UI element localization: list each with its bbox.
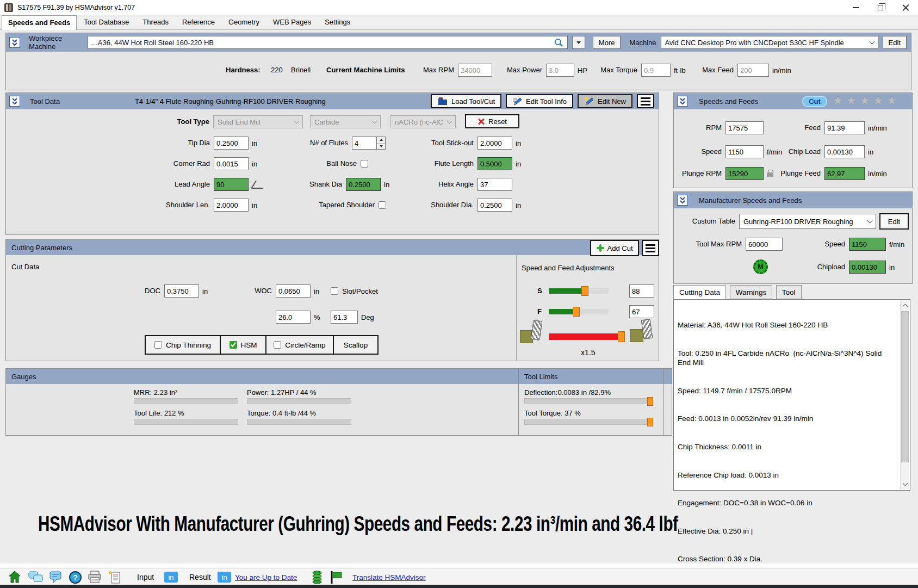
hsm-toggle[interactable]: HSM — [221, 336, 266, 354]
scroll-down-button[interactable] — [901, 480, 909, 490]
tip-dia-input[interactable] — [214, 137, 249, 150]
material-combobox[interactable]: ...A36, 44W Hot Roll Steel 160-220 HB — [88, 36, 568, 49]
flutes-spinner[interactable] — [377, 137, 386, 150]
lead-angle-input[interactable] — [214, 178, 249, 191]
doc-input[interactable] — [164, 284, 199, 298]
help-button[interactable]: ? — [69, 570, 82, 584]
add-cut-button[interactable]: Add Cut — [590, 240, 639, 256]
collapse-speeds-feeds-button[interactable] — [677, 96, 688, 107]
scroll-up-button[interactable] — [901, 300, 909, 310]
ball-nose-checkbox[interactable] — [361, 160, 368, 168]
max-feed-input[interactable] — [737, 64, 769, 77]
search-icon[interactable] — [554, 38, 563, 47]
star-icon[interactable]: ★ — [833, 95, 843, 106]
max-power-input[interactable] — [546, 64, 574, 77]
tab-cutting-data[interactable]: Cutting Data — [673, 285, 726, 299]
forum-button[interactable] — [28, 570, 44, 584]
edit-machine-button[interactable]: Edit — [883, 36, 907, 49]
feed-adjust-input[interactable] — [629, 305, 654, 318]
shoulder-len-input[interactable] — [214, 199, 249, 212]
close-button[interactable] — [893, 0, 918, 15]
home-button[interactable] — [8, 570, 22, 584]
info-scrollbar[interactable] — [900, 300, 909, 490]
woc-percent-input[interactable] — [276, 311, 311, 324]
tab-threads[interactable]: Threads — [136, 15, 175, 29]
corner-rad-input[interactable] — [214, 157, 249, 170]
hsm-checkbox[interactable] — [230, 341, 237, 349]
print-button[interactable] — [88, 570, 102, 584]
result-units-badge[interactable]: in — [218, 572, 231, 583]
flutes-input[interactable] — [352, 137, 377, 150]
reset-button[interactable]: Reset — [465, 114, 519, 128]
scallop-button[interactable]: Scallop — [334, 336, 377, 354]
feedback-button[interactable] — [49, 570, 62, 584]
max-torque-input[interactable] — [641, 64, 671, 77]
collapse-workpiece-button[interactable] — [9, 37, 20, 48]
woc-input[interactable] — [276, 284, 311, 298]
load-tool-cut-button[interactable]: Load Tool/Cut — [431, 94, 501, 108]
tab-geometry[interactable]: Geometry — [222, 15, 266, 29]
tool-data-menu-button[interactable] — [637, 94, 654, 108]
collapse-manufacturer-button[interactable] — [677, 195, 688, 206]
notes-button[interactable] — [108, 570, 121, 584]
edit-new-button[interactable]: Edit New — [578, 94, 632, 108]
multiplier-slider-handle[interactable] — [618, 331, 625, 342]
star-icon[interactable]: ★ — [846, 95, 857, 106]
tab-speeds-and-feeds[interactable]: Speeds and Feeds — [2, 15, 77, 30]
tab-web-pages[interactable]: WEB Pages — [266, 15, 318, 29]
chip-load-input[interactable] — [824, 145, 865, 158]
tab-warnings[interactable]: Warnings — [730, 285, 773, 299]
custom-table-combobox[interactable]: Guhring-RF100 DRIVER Roughing — [739, 214, 876, 229]
chipload-input[interactable] — [849, 261, 886, 274]
star-icon[interactable]: ★ — [886, 95, 897, 106]
flute-length-input[interactable] — [477, 157, 512, 170]
feed-input[interactable] — [824, 121, 865, 134]
star-icon[interactable]: ★ — [873, 95, 883, 106]
feed-slider-handle[interactable] — [573, 307, 580, 317]
chip-thinning-toggle[interactable]: Chip Thinning — [146, 336, 221, 354]
tool-max-rpm-input[interactable] — [746, 238, 783, 251]
collapse-tool-data-button[interactable] — [9, 96, 20, 107]
circle-ramp-checkbox[interactable] — [274, 341, 281, 349]
plunge-feed-input[interactable] — [824, 167, 865, 180]
cutting-menu-button[interactable] — [642, 240, 659, 256]
helix-angle-input[interactable] — [477, 178, 512, 191]
edit-tool-info-button[interactable]: Edit Tool Info — [506, 94, 573, 108]
machine-combobox[interactable]: Avid CNC Desktop Pro with CNCDepot S30C … — [661, 36, 878, 49]
input-units-badge[interactable]: in — [164, 572, 178, 583]
translate-link[interactable]: Translate HSMAdvisor — [352, 573, 426, 581]
speed-adjust-input[interactable] — [629, 284, 654, 298]
tool-rating-stars[interactable]: ★★★★★ — [833, 95, 897, 106]
feed-adjust-slider[interactable] — [549, 309, 609, 314]
shoulder-dia-input[interactable] — [477, 199, 512, 212]
chip-thinning-checkbox[interactable] — [154, 341, 162, 349]
rpm-input[interactable] — [725, 121, 764, 134]
minimize-button[interactable] — [843, 0, 868, 15]
material-dropdown-button[interactable] — [572, 36, 585, 49]
database-button[interactable] — [311, 570, 323, 584]
shank-dia-input[interactable] — [346, 178, 381, 191]
stickout-input[interactable] — [477, 137, 512, 150]
speed-input[interactable] — [725, 145, 764, 158]
tapered-shoulder-checkbox[interactable] — [379, 201, 386, 209]
engage-angle-input[interactable] — [331, 311, 358, 324]
circle-ramp-toggle[interactable]: Circle/Ramp — [266, 336, 334, 354]
edit-custom-table-button[interactable]: Edit — [879, 213, 909, 230]
tab-reference[interactable]: Reference — [176, 15, 221, 29]
slot-pocket-checkbox[interactable] — [331, 287, 338, 295]
tab-settings[interactable]: Settings — [318, 15, 357, 29]
mfr-speed-input[interactable] — [849, 238, 886, 251]
translate-flag-button[interactable] — [330, 570, 344, 584]
max-rpm-input[interactable] — [458, 64, 492, 77]
multiplier-slider[interactable] — [549, 333, 625, 340]
scrollbar-thumb[interactable] — [901, 311, 909, 462]
restore-button[interactable] — [868, 0, 893, 15]
star-icon[interactable]: ★ — [860, 95, 870, 106]
tab-tool[interactable]: Tool — [776, 285, 802, 299]
plunge-rpm-input[interactable] — [725, 167, 764, 180]
more-button[interactable]: More — [593, 36, 621, 49]
update-status-link[interactable]: You are Up to Date — [235, 573, 297, 581]
tab-tool-database[interactable]: Tool Database — [77, 15, 135, 29]
speed-slider-handle[interactable] — [581, 286, 588, 296]
speed-adjust-slider[interactable] — [549, 288, 609, 294]
